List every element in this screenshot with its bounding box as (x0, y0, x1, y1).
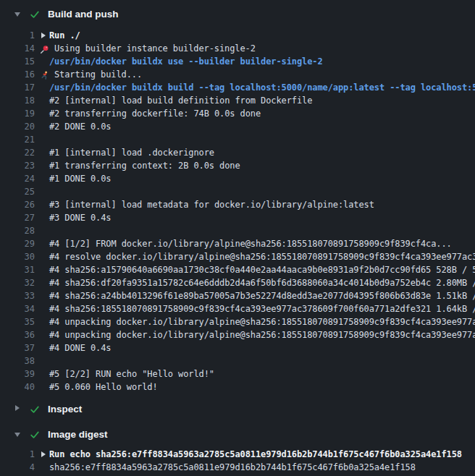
log-text: #4 DONE 0.4s (49, 341, 475, 354)
line-number-link[interactable]: 1 (0, 29, 35, 42)
line-number-link[interactable]: 38 (0, 354, 35, 367)
group-title-image-digest: Image digest (48, 428, 108, 441)
log-line[interactable]: 32 #4 sha256:df20fa9351a15782c64e6dddb2d… (0, 276, 475, 289)
log-text: Starting build... (54, 68, 475, 81)
runner-icon (40, 69, 49, 79)
line-number-link[interactable]: 17 (0, 81, 35, 94)
group-title-inspect: Inspect (48, 403, 82, 416)
log-line[interactable]: 19 #2 transferring dockerfile: 74B 0.0s … (0, 107, 475, 120)
log-line[interactable]: 21 (0, 133, 475, 146)
line-number-link[interactable]: 36 (0, 328, 35, 341)
log-line[interactable]: 29 #4 [1/2] FROM docker.io/library/alpin… (0, 237, 475, 250)
chevron-down-icon[interactable] (14, 433, 20, 437)
line-number-link[interactable]: 23 (0, 159, 35, 172)
log-text: #1 [internal] load .dockerignore (49, 146, 475, 159)
chevron-right-icon[interactable] (15, 405, 20, 411)
line-number-link[interactable]: 16 (0, 68, 35, 81)
log-text: #4 unpacking docker.io/library/alpine@sh… (49, 328, 475, 341)
line-number-link[interactable]: 31 (0, 263, 35, 276)
log-text: #3 DONE 0.4s (49, 211, 475, 224)
line-number-link[interactable]: 20 (0, 120, 35, 133)
line-number-link[interactable]: 14 (0, 42, 35, 55)
line-number-link[interactable]: 1 (0, 448, 35, 461)
log-line[interactable]: 22 #1 [internal] load .dockerignore (0, 146, 475, 159)
log-line[interactable]: 15 /usr/bin/docker buildx use --builder … (0, 55, 475, 68)
log-line[interactable]: 1 Run ./ (0, 29, 475, 42)
line-number-link[interactable]: 15 (0, 55, 35, 68)
log-line[interactable]: 28 (0, 224, 475, 237)
log-line[interactable]: 24 #1 DONE 0.0s (0, 172, 475, 185)
log-line[interactable]: 36 #4 unpacking docker.io/library/alpine… (0, 328, 475, 341)
log-line[interactable]: 39 #5 [2/2] RUN echo "Hello world!" (0, 367, 475, 381)
line-number-link[interactable]: 28 (0, 224, 35, 237)
log-line[interactable]: 31 #4 sha256:a15790640a6690aa1730c38cf0a… (0, 263, 475, 276)
log-line[interactable]: 33 #4 sha256:a24bb4013296f61e89ba57005a7… (0, 289, 475, 302)
line-number-link[interactable]: 22 (0, 146, 35, 159)
log-text: sha256:e7ff8834a5963a2785c5a0811e979d16b… (49, 461, 475, 474)
log-group-header-build-and-push[interactable]: Build and push (0, 7, 475, 21)
success-check-icon (30, 9, 40, 22)
log-line[interactable]: 20 #2 DONE 0.0s (0, 120, 475, 133)
log-line[interactable]: 17 /usr/bin/docker buildx build --tag lo… (0, 81, 475, 94)
line-number-link[interactable]: 39 (0, 367, 35, 381)
log-line[interactable]: 27 #3 DONE 0.4s (0, 211, 475, 224)
line-number-link[interactable]: 26 (0, 198, 35, 211)
log-line[interactable]: 30 #4 resolve docker.io/library/alpine@s… (0, 250, 475, 263)
log-text-command: /usr/bin/docker buildx use --builder bui… (49, 55, 475, 68)
line-number-link[interactable]: 33 (0, 289, 35, 302)
log-line[interactable]: 35 #4 unpacking docker.io/library/alpine… (0, 315, 475, 328)
line-number-link[interactable]: 19 (0, 107, 35, 120)
play-expander-icon[interactable] (41, 33, 46, 38)
log-text-command: /usr/bin/docker buildx build --tag local… (49, 81, 475, 94)
chevron-down-icon[interactable] (14, 12, 20, 17)
line-number-link[interactable]: 40 (0, 381, 35, 394)
log-text: #4 sha256:a15790640a6690aa1730c38cf0a440… (49, 263, 475, 276)
log-text: #1 transferring context: 2B 0.0s done (49, 159, 475, 172)
log-line[interactable]: 4 sha256:e7ff8834a5963a2785c5a0811e979d1… (0, 461, 475, 474)
log-text: #4 sha256:a24bb4013296f61e89ba57005a7b3e… (49, 289, 475, 302)
line-number-link[interactable]: 32 (0, 276, 35, 289)
log-lines-image-digest: 1 Run echo sha256:e7ff8834a5963a2785c5a0… (0, 448, 475, 474)
log-text: #4 sha256:df20fa9351a15782c64e6dddb2d4a6… (49, 276, 475, 289)
log-line[interactable]: 25 (0, 185, 475, 198)
line-number-link[interactable]: 21 (0, 133, 35, 146)
log-text: Run ./ (49, 29, 475, 42)
line-number-link[interactable]: 35 (0, 315, 35, 328)
log-line[interactable]: 37 #4 DONE 0.4s (0, 341, 475, 354)
line-number-link[interactable]: 4 (0, 461, 35, 474)
log-text: Using builder instance builder-single-2 (54, 42, 475, 55)
group-title-build-and-push: Build and push (48, 8, 119, 21)
success-check-icon (30, 429, 40, 443)
log-line[interactable]: 34 #4 sha256:185518070891758909c9f839cf4… (0, 302, 475, 315)
line-number-link[interactable]: 24 (0, 172, 35, 185)
line-number-link[interactable]: 30 (0, 250, 35, 263)
log-line[interactable]: 14 Using builder instance builder-single… (0, 42, 475, 55)
log-text: #4 [1/2] FROM docker.io/library/alpine@s… (49, 237, 475, 250)
log-text: Run echo sha256:e7ff8834a5963a2785c5a081… (49, 448, 475, 461)
success-check-icon (30, 404, 40, 417)
log-line[interactable]: 1 Run echo sha256:e7ff8834a5963a2785c5a0… (0, 448, 475, 461)
line-number-link[interactable]: 25 (0, 185, 35, 198)
log-line[interactable]: 26 #3 [internal] load metadata for docke… (0, 198, 475, 211)
log-lines-build-and-push: 1 Run ./ 14 Using builder instance build… (0, 29, 475, 394)
line-number-link[interactable]: 29 (0, 237, 35, 250)
line-number-link[interactable]: 18 (0, 94, 35, 107)
line-number-link[interactable]: 27 (0, 211, 35, 224)
log-line[interactable]: 38 (0, 354, 475, 367)
log-line[interactable]: 16 Starting build... (0, 68, 475, 81)
log-text: #3 [internal] load metadata for docker.i… (49, 198, 475, 211)
log-text: #1 DONE 0.0s (49, 172, 475, 185)
line-number-link[interactable]: 37 (0, 341, 35, 354)
line-number-link[interactable]: 34 (0, 302, 35, 315)
log-text: #5 [2/2] RUN echo "Hello world!" (49, 367, 475, 381)
log-line[interactable]: 23 #1 transferring context: 2B 0.0s done (0, 159, 475, 172)
log-text: #2 transferring dockerfile: 74B 0.0s don… (49, 107, 475, 120)
log-text: #2 [internal] load build definition from… (49, 94, 475, 107)
log-line[interactable]: 18 #2 [internal] load build definition f… (0, 94, 475, 107)
pushpin-icon (40, 43, 49, 53)
log-group-header-inspect[interactable]: Inspect (0, 401, 475, 416)
log-line[interactable]: 40 #5 0.060 Hello world! (0, 381, 475, 394)
play-expander-icon[interactable] (41, 451, 46, 457)
log-text: #4 sha256:185518070891758909c9f839cf4ca3… (49, 302, 475, 315)
log-group-header-image-digest[interactable]: Image digest (0, 427, 475, 441)
